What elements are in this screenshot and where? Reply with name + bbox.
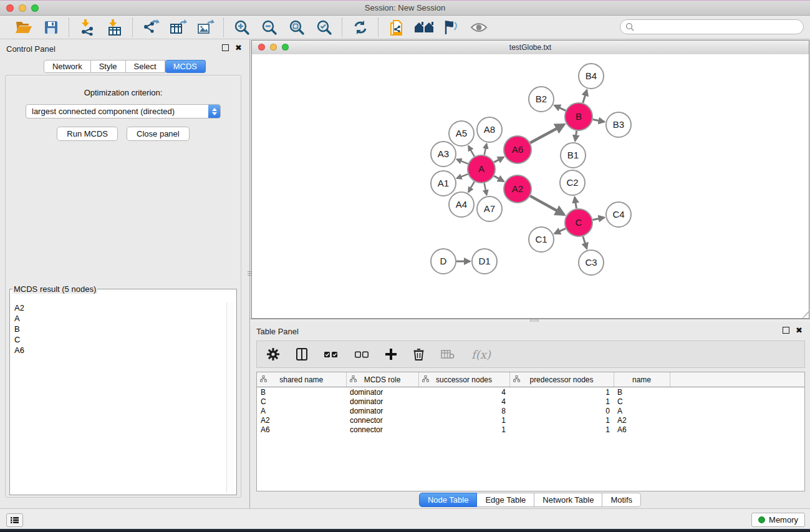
open-session-button[interactable]: [12, 17, 35, 37]
memory-button[interactable]: Memory: [751, 513, 805, 527]
add-column-button[interactable]: [385, 349, 397, 360]
graph-node-A4[interactable]: A4: [449, 192, 474, 217]
svg-text:C1: C1: [535, 234, 547, 244]
table-row[interactable]: A6connector11A6: [257, 425, 804, 434]
table-row[interactable]: Cdominator41C: [257, 397, 804, 406]
table-cell: 1: [418, 425, 509, 434]
run-mcds-button[interactable]: Run MCDS: [57, 127, 118, 141]
function-builder-button[interactable]: f(x): [471, 348, 491, 361]
save-session-button[interactable]: [40, 17, 62, 37]
delete-column-button[interactable]: [413, 348, 424, 360]
show-panels-list-button[interactable]: [6, 513, 23, 527]
close-panel-icon[interactable]: ✖: [235, 44, 242, 51]
column-header-predecessor-nodes[interactable]: predecessor nodes: [509, 372, 614, 387]
table-cell: 1: [509, 415, 614, 425]
float-table-panel-icon[interactable]: [783, 327, 789, 334]
mcds-result-item[interactable]: C: [12, 334, 226, 345]
graph-node-A5[interactable]: A5: [449, 121, 474, 146]
graph-node-B1[interactable]: B1: [561, 143, 586, 168]
network-window-titlebar[interactable]: testGlobe.txt: [252, 41, 809, 55]
show-hide-button[interactable]: [468, 17, 490, 37]
hide-flags-button[interactable]: [440, 17, 463, 37]
graph-node-D[interactable]: D: [431, 249, 456, 274]
graph-node-C4[interactable]: C4: [606, 202, 631, 227]
mcds-result-title: MCDS result (5 nodes): [12, 284, 97, 294]
graph-node-A8[interactable]: A8: [477, 117, 502, 142]
tab-motifs[interactable]: Motifs: [602, 493, 641, 507]
tab-node-table[interactable]: Node Table: [419, 493, 478, 507]
tab-edge-table[interactable]: Edge Table: [477, 493, 534, 507]
tab-mcds[interactable]: MCDS: [165, 60, 206, 73]
deselect-all-button[interactable]: [355, 351, 369, 358]
tab-network-table[interactable]: Network Table: [534, 493, 602, 507]
graph-edge-A-A7: [485, 183, 487, 195]
graph-node-C1[interactable]: C1: [529, 227, 554, 252]
save-floppy-icon: [44, 21, 58, 34]
table-cell: dominator: [346, 406, 418, 415]
close-table-panel-icon[interactable]: ✖: [796, 327, 803, 334]
window-resize-grip[interactable]: [799, 309, 808, 317]
export-network-button[interactable]: [140, 17, 162, 37]
graph-node-D1[interactable]: D1: [472, 249, 497, 274]
tab-style[interactable]: Style: [91, 60, 126, 73]
table-settings-button[interactable]: [267, 348, 279, 360]
delete-table-icon: [441, 350, 455, 359]
mcds-result-item[interactable]: A2: [12, 302, 226, 313]
duplicate-network-button[interactable]: [385, 17, 408, 37]
graph-node-A[interactable]: A: [468, 155, 495, 183]
show-all-networks-button[interactable]: [413, 17, 435, 37]
close-panel-button[interactable]: Close panel: [127, 127, 190, 141]
criterion-dropdown[interactable]: largest connected component (directed): [26, 104, 221, 118]
table-row[interactable]: Adominator80A: [257, 406, 804, 415]
graph-node-A2[interactable]: A2: [504, 175, 531, 203]
search-box: [620, 19, 804, 34]
graph-node-B2[interactable]: B2: [529, 87, 554, 112]
graph-node-A7[interactable]: A7: [477, 196, 502, 221]
graph-node-B3[interactable]: B3: [606, 112, 631, 137]
column-header-name[interactable]: name: [614, 372, 670, 387]
zoom-selected-button[interactable]: [313, 17, 335, 37]
tab-network[interactable]: Network: [44, 60, 91, 73]
table-row[interactable]: Bdominator41B: [257, 387, 804, 397]
delete-table-button[interactable]: [441, 350, 455, 359]
show-columns-button[interactable]: [296, 348, 307, 360]
zoom-out-button[interactable]: [258, 17, 281, 37]
table-row[interactable]: A2connector11A2: [257, 415, 804, 425]
graph-node-C3[interactable]: C3: [579, 250, 604, 275]
import-network-button[interactable]: [76, 17, 99, 37]
apply-layout-button[interactable]: [349, 17, 372, 37]
column-header-shared-name[interactable]: shared name: [257, 372, 346, 387]
graph-node-C[interactable]: C: [565, 209, 592, 236]
column-type-icon: [350, 375, 357, 382]
search-input[interactable]: [638, 22, 798, 32]
column-header-successor-nodes[interactable]: successor nodes: [418, 372, 509, 387]
graph-node-C2[interactable]: C2: [560, 170, 585, 195]
export-image-button[interactable]: [195, 17, 217, 37]
table-cell: B: [257, 387, 346, 397]
float-panel-icon[interactable]: [222, 44, 229, 51]
memory-status-dot: [758, 516, 765, 523]
mcds-result-item[interactable]: A: [12, 313, 226, 324]
mcds-result-item[interactable]: B: [12, 324, 226, 334]
graph-node-A3[interactable]: A3: [431, 142, 456, 167]
network-canvas[interactable]: B4B2BB3B1A5A8A6A3AA1A4A7A2C2CC4C1C3DD1: [252, 54, 809, 318]
result-scrollbar[interactable]: [226, 302, 234, 493]
import-table-button[interactable]: [104, 17, 126, 37]
graph-node-B4[interactable]: B4: [579, 64, 604, 89]
graph-node-A6[interactable]: A6: [504, 136, 531, 163]
tab-select[interactable]: Select: [126, 60, 165, 73]
zoom-fit-button[interactable]: [286, 17, 308, 37]
export-table-button[interactable]: [167, 17, 190, 37]
zoom-selected-icon: [316, 19, 332, 36]
select-all-button[interactable]: [324, 351, 338, 358]
graph-node-A1[interactable]: A1: [431, 171, 456, 196]
zoom-in-button[interactable]: [231, 17, 253, 37]
graph-node-B[interactable]: B: [565, 103, 592, 130]
svg-text:B2: B2: [536, 94, 547, 104]
column-header-MCDS-role[interactable]: MCDS role: [346, 372, 418, 387]
export-image-icon: [197, 19, 215, 36]
network-graph: B4B2BB3B1A5A8A6A3AA1A4A7A2C2CC4C1C3DD1: [252, 54, 809, 318]
table-cell: 1: [509, 397, 614, 406]
graph-edge-A6-B: [530, 125, 564, 143]
mcds-result-item[interactable]: A6: [12, 345, 226, 355]
